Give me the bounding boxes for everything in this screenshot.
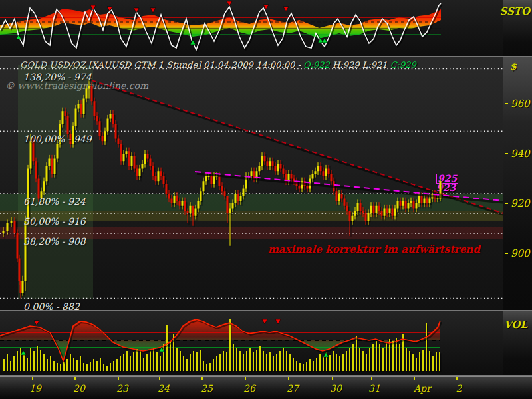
fib-level-label: 0,00% - 882 — [23, 301, 80, 311]
time-axis-label: 26 — [243, 383, 255, 394]
price-axis-unit-label: $ — [510, 61, 517, 72]
stochastic-indicator-label: SSTO — [499, 5, 530, 17]
fib-level-label: 138,20% - 974 — [23, 72, 92, 82]
time-axis[interactable]: 192023242526273031Apr2 — [0, 376, 532, 399]
price-tick-label: 940 — [505, 148, 530, 160]
time-axis-label: 19 — [29, 383, 41, 394]
trading-chart-window: SSTO GOLD USD/OZ [XAUUSD GTM 1 Stunde] 0… — [0, 0, 532, 399]
panel-divider-shadow — [0, 57, 532, 57]
volume-indicator-label: VOL — [504, 319, 527, 331]
stochastic-panel[interactable] — [0, 0, 503, 56]
time-axis-tick — [74, 377, 76, 380]
stochastic-plot — [0, 0, 503, 56]
time-axis-label: 27 — [287, 383, 299, 394]
price-tick-label: 960 — [505, 98, 530, 110]
volume-value-axis[interactable]: VOL — [503, 311, 532, 375]
fib-level-label: 38,20% - 908 — [23, 236, 86, 247]
fib-level-label: 100,00% - 949 — [23, 134, 92, 144]
fib-level-label: 61,80% - 924 — [23, 196, 86, 207]
volume-panel[interactable] — [0, 311, 503, 375]
price-tick-label: 900 — [505, 247, 530, 259]
panel-divider-shadow — [0, 376, 532, 376]
time-axis-tick — [414, 377, 415, 380]
time-axis-tick — [201, 377, 203, 380]
panel-divider — [0, 310, 532, 311]
fib-level-label: 50,00% - 916 — [23, 216, 86, 227]
time-axis-label: 23 — [116, 383, 128, 394]
time-axis-tick — [371, 377, 372, 380]
price-panel[interactable]: GOLD USD/OZ [XAUUSD GTM 1 Stunde] 01.04.… — [0, 57, 503, 310]
time-axis-tick — [332, 377, 333, 380]
volume-plot — [0, 311, 503, 375]
candlestick-plot — [0, 57, 503, 310]
stochastic-value-axis[interactable]: SSTO — [503, 0, 532, 56]
time-axis-label: 30 — [330, 383, 342, 394]
time-axis-label: 2 — [456, 383, 462, 394]
time-axis-label: 25 — [201, 383, 213, 394]
price-tick-label: 920 — [505, 198, 530, 209]
time-axis-label: 20 — [73, 383, 85, 394]
time-axis-label: Apr — [414, 383, 431, 394]
time-axis-tick — [245, 377, 246, 380]
time-axis-label: 24 — [158, 383, 170, 394]
time-axis-tick — [288, 377, 289, 380]
time-axis-tick — [32, 377, 33, 380]
time-axis-label: 31 — [368, 383, 380, 394]
time-axis-tick — [118, 377, 119, 380]
price-axis[interactable]: $ 960940920900 — [503, 57, 532, 310]
time-axis-tick — [456, 377, 458, 380]
time-axis-tick — [159, 377, 160, 380]
